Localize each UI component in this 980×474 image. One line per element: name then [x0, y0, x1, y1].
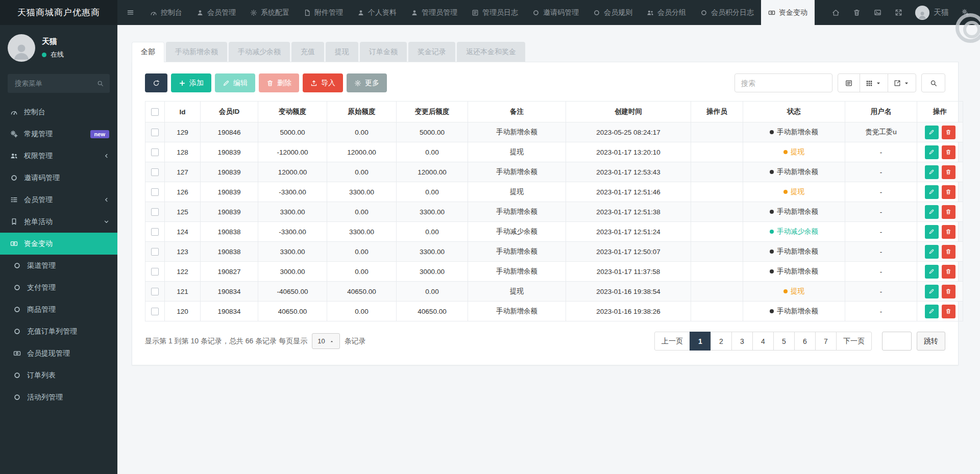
page-button[interactable]: 1	[690, 332, 711, 351]
delete-row-button[interactable]	[942, 225, 955, 239]
more-button[interactable]: 更多	[347, 73, 387, 92]
column-header[interactable]: 备注	[468, 102, 566, 122]
filter-tab[interactable]: 返还本金和奖金	[457, 42, 525, 62]
delete-row-button[interactable]	[942, 145, 955, 159]
topnav-item[interactable]: 控制台	[143, 0, 189, 25]
delete-row-button[interactable]	[942, 285, 955, 298]
row-checkbox[interactable]	[151, 148, 159, 156]
topnav-item[interactable]: 资金变动	[761, 0, 815, 25]
sidebar-item[interactable]: 订单列表	[0, 364, 117, 386]
row-checkbox[interactable]	[151, 188, 159, 196]
topnav-item[interactable]: 管理员日志	[464, 0, 525, 25]
filter-tab[interactable]: 全部	[132, 42, 164, 62]
filter-tab[interactable]: 奖金记录	[408, 42, 455, 62]
add-button[interactable]: 添加	[171, 73, 211, 92]
filter-tab[interactable]: 手动新增余额	[166, 42, 227, 62]
export-button[interactable]	[888, 73, 916, 92]
row-checkbox[interactable]	[151, 228, 159, 236]
home-button[interactable]	[825, 0, 846, 25]
sidebar-item[interactable]: 会员提现管理	[0, 342, 117, 364]
filter-tab[interactable]: 手动减少余额	[229, 42, 290, 62]
filter-tab[interactable]: 提现	[326, 42, 358, 62]
sidebar-item[interactable]: 控制台	[0, 101, 117, 123]
column-header[interactable]: 操作员	[691, 102, 743, 122]
edit-row-button[interactable]	[925, 245, 939, 259]
column-header[interactable]: 原始额度	[327, 102, 397, 122]
delete-row-button[interactable]	[942, 165, 955, 179]
edit-row-button[interactable]	[925, 225, 939, 239]
edit-row-button[interactable]	[925, 265, 939, 279]
delete-button[interactable]: 删除	[259, 73, 299, 92]
topnav-item[interactable]: 会员规则	[586, 0, 640, 25]
sidebar-item[interactable]: 抢单活动	[0, 211, 117, 233]
sidebar-item[interactable]: 会员管理	[0, 189, 117, 211]
sidebar-item[interactable]: 邀请码管理	[0, 167, 117, 189]
clear-cache-button[interactable]	[867, 0, 888, 25]
delete-row-button[interactable]	[942, 185, 955, 199]
topnav-item[interactable]: 会员分组	[640, 0, 693, 25]
prev-page-button[interactable]: 上一页	[654, 332, 690, 351]
edit-row-button[interactable]	[925, 165, 939, 179]
edit-row-button[interactable]	[925, 305, 939, 318]
page-button[interactable]: 4	[752, 332, 774, 351]
row-checkbox[interactable]	[151, 168, 159, 176]
row-checkbox[interactable]	[151, 129, 159, 136]
sidebar-toggle-button[interactable]	[117, 0, 143, 25]
next-page-button[interactable]: 下一页	[836, 332, 872, 351]
topnav-item[interactable]: 系统配置	[243, 0, 297, 25]
sidebar-item[interactable]: 商品管理	[0, 298, 117, 320]
topnav-item[interactable]: 个人资料	[350, 0, 404, 25]
page-size-select[interactable]: 10	[312, 333, 339, 349]
topnav-item[interactable]: 管理员管理	[404, 0, 464, 25]
page-button[interactable]: 2	[710, 332, 732, 351]
delete-row-button[interactable]	[942, 245, 955, 259]
select-all-checkbox[interactable]	[151, 108, 159, 116]
column-header[interactable]: Id	[165, 102, 201, 122]
search-submit-button[interactable]	[921, 73, 945, 92]
row-checkbox[interactable]	[151, 208, 159, 216]
refresh-button[interactable]	[145, 73, 167, 92]
sidebar-item[interactable]: 充值订单列管理	[0, 320, 117, 342]
column-header[interactable]: 变更后额度	[397, 102, 468, 122]
page-button[interactable]: 3	[731, 332, 753, 351]
edit-row-button[interactable]	[925, 285, 939, 298]
delete-row-button[interactable]	[942, 265, 955, 279]
column-header[interactable]: 变动额度	[258, 102, 327, 122]
detail-view-button[interactable]	[838, 73, 860, 92]
page-button[interactable]: 5	[773, 332, 795, 351]
edit-row-button[interactable]	[925, 185, 939, 199]
menu-search-input[interactable]	[14, 79, 97, 88]
sidebar-item[interactable]: 资金变动	[0, 233, 117, 255]
delete-row-button[interactable]	[942, 305, 955, 318]
table-search-input[interactable]	[734, 73, 832, 92]
topnav-item[interactable]: 邀请码管理	[525, 0, 586, 25]
column-header[interactable]: 操作	[917, 102, 963, 122]
topnav-item[interactable]: 附件管理	[297, 0, 350, 25]
filter-tab[interactable]: 订单金额	[360, 42, 407, 62]
trash-button[interactable]	[846, 0, 867, 25]
column-header[interactable]: 创建时间	[566, 102, 691, 122]
fullscreen-button[interactable]	[888, 0, 909, 25]
edit-row-button[interactable]	[925, 126, 939, 139]
sidebar-item[interactable]: 活动列管理	[0, 386, 117, 408]
page-button[interactable]: 7	[815, 332, 837, 351]
row-checkbox[interactable]	[151, 248, 159, 256]
filter-tab[interactable]: 充值	[291, 42, 324, 62]
row-checkbox[interactable]	[151, 268, 159, 276]
edit-row-button[interactable]	[925, 205, 939, 219]
delete-row-button[interactable]	[942, 205, 955, 219]
jump-page-input[interactable]	[882, 332, 912, 351]
topnav-item[interactable]: 会员管理	[189, 0, 243, 25]
delete-row-button[interactable]	[942, 126, 955, 139]
column-header[interactable]: 状态	[743, 102, 845, 122]
import-button[interactable]: 导入	[303, 73, 343, 92]
sidebar-item[interactable]: 支付管理	[0, 277, 117, 298]
row-checkbox[interactable]	[151, 288, 159, 295]
column-header[interactable]: 会员ID	[201, 102, 258, 122]
page-button[interactable]: 6	[794, 332, 816, 351]
sidebar-item[interactable]: 权限管理	[0, 145, 117, 167]
edit-row-button[interactable]	[925, 145, 939, 159]
columns-button[interactable]	[860, 73, 888, 92]
row-checkbox[interactable]	[151, 308, 159, 315]
user-menu[interactable]: 天猫	[909, 0, 955, 25]
